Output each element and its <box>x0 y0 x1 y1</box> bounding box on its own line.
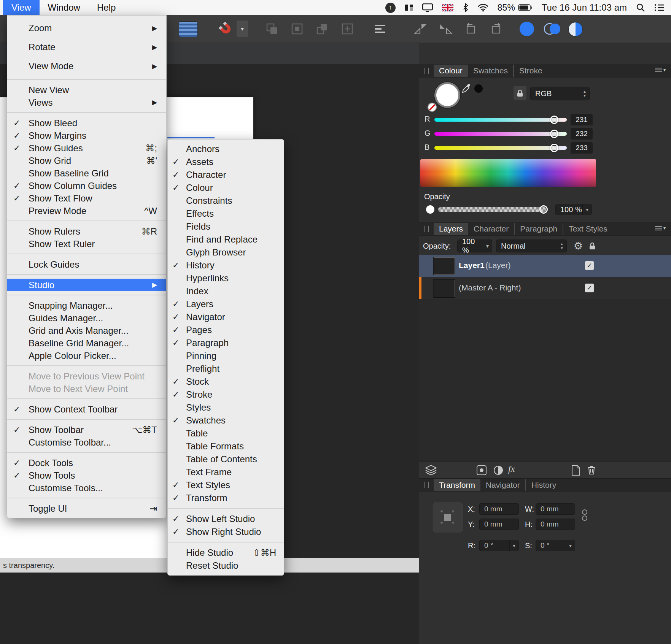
menu-item[interactable]: ✓ Table of Contents ▶ <box>168 453 284 466</box>
panel-menu-icon[interactable]: ▾ <box>655 67 666 73</box>
display-icon[interactable] <box>422 3 433 12</box>
panel-menu-icon[interactable]: ▾ <box>655 225 666 231</box>
menu-item[interactable]: ✓ Table Formats ▶ <box>168 440 284 453</box>
insert-behind-button[interactable] <box>262 21 281 37</box>
menu-item[interactable]: ✓ Colour ▶ <box>168 181 284 194</box>
flip-vertical-button[interactable] <box>411 21 431 37</box>
channel-slider[interactable] <box>434 118 567 122</box>
colour-lock-button[interactable] <box>514 86 526 100</box>
panel-drag-handle[interactable] <box>424 482 429 488</box>
menu-item[interactable]: ✓ Apple Colour Picker... ▶ <box>7 349 166 362</box>
menu-item[interactable]: ✓ Fields ▶ <box>168 220 284 233</box>
menu-item[interactable]: ✓ Swatches ▶ <box>168 414 284 427</box>
menu-item[interactable]: ✓ Transform ▶ <box>168 492 284 504</box>
panel-tab[interactable]: History <box>525 479 561 491</box>
panel-drag-handle[interactable] <box>424 68 429 74</box>
colour-spectrum-bar[interactable] <box>420 159 596 187</box>
panel-tab[interactable]: Character <box>468 223 514 235</box>
slider-knob[interactable] <box>550 130 558 138</box>
w-field[interactable]: 0 mm <box>536 503 575 515</box>
menu-item[interactable]: ✓ Customise Tools... ▶ <box>7 482 166 494</box>
menu-item[interactable]: ✓ Reset Studio ▶ <box>168 559 284 572</box>
slider-knob[interactable] <box>550 116 558 124</box>
panel-tab[interactable]: Text Styles <box>563 223 613 235</box>
slider-knob[interactable] <box>550 144 558 152</box>
menu-item[interactable]: ✓ View Mode ▶ <box>7 57 166 76</box>
menu-item[interactable]: ✓ Anchors ▶ <box>168 143 284 155</box>
menubar-item[interactable]: Window <box>40 0 89 15</box>
menubar-clock[interactable]: Tue 16 Jun 11:03 am <box>542 2 627 13</box>
search-icon[interactable] <box>636 3 645 12</box>
menu-item[interactable]: ✓ Move to Previous View Point ▶ <box>7 370 166 382</box>
gear-icon[interactable]: ⚙ <box>572 240 584 252</box>
menu-item[interactable]: ✓ Table ▶ <box>168 427 284 440</box>
channel-value[interactable]: 231 <box>571 114 593 125</box>
layer-stack-icon[interactable] <box>425 465 437 476</box>
menu-item[interactable]: ✓ Preview Mode ^W ▶ <box>7 205 166 217</box>
menu-item[interactable]: ✓ Hyperlinks ▶ <box>168 272 284 285</box>
menu-item[interactable]: ✓ History ▶ <box>168 259 284 272</box>
layer-visibility-checkbox[interactable]: ✓ <box>585 261 594 270</box>
layers-opacity-dropdown[interactable]: 100 % ▾ <box>457 240 492 252</box>
x-field[interactable]: 0 mm <box>479 503 519 515</box>
layer-visibility-checkbox[interactable]: ✓ <box>585 284 594 292</box>
opacity-zero-knob[interactable] <box>426 205 434 214</box>
menu-item[interactable]: ✓ Show Grid ⌘' ▶ <box>7 154 166 167</box>
menu-item[interactable]: ✓ New View ▶ <box>7 84 166 96</box>
menu-item[interactable]: ✓ Assets ▶ <box>168 155 284 168</box>
menu-item[interactable]: ✓ Show Context Toolbar ▶ <box>7 403 166 416</box>
eyedropper-icon[interactable] <box>461 83 472 94</box>
menu-item[interactable]: ✓ Show Baseline Grid ▶ <box>7 167 166 179</box>
menu-item[interactable]: ✓ Show Column Guides ▶ <box>7 179 166 192</box>
menu-item[interactable]: ✓ Navigator ▶ <box>168 311 284 324</box>
insert-on-top-button[interactable] <box>313 21 332 37</box>
stepper-icon[interactable]: ▴▾ <box>557 240 566 252</box>
layer-row[interactable]: Layer1 (Layer) ✓ <box>419 255 671 277</box>
menu-item[interactable]: ✓ Toggle UI ⇥ ▶ <box>7 502 166 515</box>
layer-effects-icon[interactable]: fx <box>508 464 515 474</box>
contrast-circle-button[interactable] <box>568 22 583 36</box>
shear-field[interactable]: 0 °▾ <box>536 540 575 551</box>
upload-icon[interactable]: ↑ <box>385 3 396 13</box>
link-dimensions-icon[interactable] <box>582 509 587 521</box>
battery-status[interactable]: 85% <box>498 3 533 13</box>
blend-mode-dropdown[interactable]: Normal ▴▾ <box>496 240 567 252</box>
snapping-dropdown-button[interactable]: ▾ <box>237 21 248 37</box>
menu-item[interactable]: ✓ Lock Guides ▶ <box>7 258 166 271</box>
menu-item[interactable]: ✓ Stock ▶ <box>168 375 284 388</box>
menu-item[interactable]: ✓ Baseline Grid Manager... ▶ <box>7 337 166 349</box>
menu-item[interactable]: ✓ Stroke ▶ <box>168 388 284 401</box>
layer-row[interactable]: (Master A - Right) ✓ <box>419 277 671 300</box>
colour-mode-dropdown[interactable]: RGB ▴▾ <box>530 87 590 100</box>
menu-item[interactable]: ✓ Show Right Studio ▶ <box>168 525 284 538</box>
secondary-colour-swatch[interactable] <box>474 84 483 93</box>
menu-item[interactable]: ✓ Views ▶ <box>7 96 166 109</box>
menu-item[interactable]: ✓ Show Text Ruler ▶ <box>7 238 166 250</box>
stepper-icon[interactable]: ▴▾ <box>580 87 589 100</box>
channel-value[interactable]: 232 <box>571 128 593 140</box>
menu-item[interactable]: ✓ Constraints ▶ <box>168 194 284 207</box>
panel-tab[interactable]: Swatches <box>468 65 513 77</box>
menu-item[interactable]: ✓ Snapping Manager... ▶ <box>7 299 166 312</box>
new-layer-icon[interactable] <box>571 465 580 476</box>
insert-replace-button[interactable] <box>338 21 357 37</box>
layers-lock-icon[interactable] <box>587 240 598 252</box>
insert-inside-button[interactable] <box>288 21 307 37</box>
opacity-dropdown[interactable]: 100 % ▾ <box>555 204 592 215</box>
opacity-knob[interactable] <box>539 205 548 214</box>
menu-item[interactable]: ✓ Styles ▶ <box>168 401 284 414</box>
menu-item[interactable]: ✓ Show Guides ⌘; ▶ <box>7 142 166 154</box>
duplicate-circles-button[interactable] <box>543 21 561 37</box>
menu-item[interactable]: ✓ Find and Replace ▶ <box>168 233 284 246</box>
channel-slider[interactable] <box>434 132 567 136</box>
bluetooth-icon[interactable] <box>463 3 469 12</box>
panel-tab[interactable]: Colour <box>434 65 468 77</box>
rotate-left-button[interactable] <box>461 21 481 37</box>
layer-thumbnail[interactable] <box>434 280 455 297</box>
menu-item[interactable]: ✓ Show Left Studio ▶ <box>168 512 284 525</box>
no-colour-swatch[interactable] <box>428 103 437 112</box>
channel-slider[interactable] <box>434 146 567 150</box>
opacity-slider[interactable] <box>438 207 546 212</box>
wifi-icon[interactable] <box>478 3 488 12</box>
menu-item[interactable]: ✓ Show Tools ▶ <box>7 469 166 482</box>
